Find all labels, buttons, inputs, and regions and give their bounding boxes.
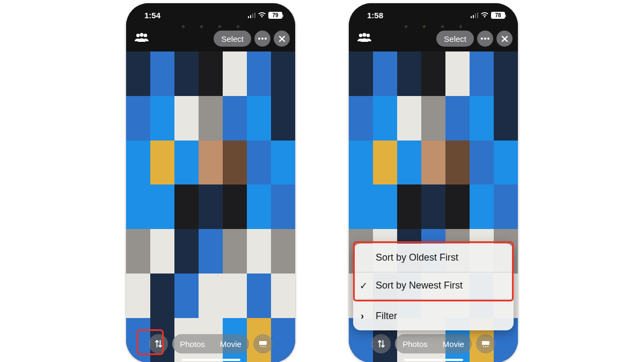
svg-point-0 <box>136 34 140 37</box>
aspect-button[interactable] <box>253 334 273 353</box>
segment-photos[interactable]: Photos <box>172 334 213 353</box>
top-toolbar: Select <box>349 27 518 50</box>
view-mode-segment: Photos Movie <box>395 334 472 353</box>
cellular-icon <box>471 12 479 18</box>
sort-menu: Sort by Oldest First ✓ Sort by Newest Fi… <box>353 243 514 330</box>
svg-point-18 <box>485 346 486 347</box>
photo-grid[interactable] <box>126 51 295 362</box>
home-indicator[interactable] <box>181 359 240 361</box>
segment-photos[interactable]: Photos <box>395 334 435 353</box>
status-icons: 79 <box>248 12 283 19</box>
phone-right: ◆◆◆◆ 1:58 78 Select <box>349 3 518 362</box>
screenshot-pair: ◆◆◆◆ 1:54 79 Select <box>0 0 644 362</box>
chevron-right-icon: › <box>361 311 364 322</box>
status-icons: 78 <box>471 12 506 19</box>
phone-left: ◆◆◆◆ 1:54 79 Select <box>126 3 295 362</box>
select-button[interactable]: Select <box>436 31 474 47</box>
segment-movie[interactable]: Movie <box>213 334 249 353</box>
menu-sort-oldest[interactable]: Sort by Oldest First <box>353 243 514 272</box>
home-indicator[interactable] <box>404 359 463 361</box>
svg-point-12 <box>367 34 370 37</box>
svg-point-1 <box>140 33 143 36</box>
svg-point-9 <box>265 346 266 347</box>
bottom-toolbar: Photos Movie <box>126 330 295 357</box>
menu-sort-newest[interactable]: ✓ Sort by Newest First <box>353 272 514 301</box>
wifi-icon <box>258 12 266 18</box>
people-icon[interactable] <box>356 32 372 45</box>
aspect-button[interactable] <box>476 334 495 353</box>
svg-point-14 <box>484 38 486 40</box>
close-button[interactable] <box>496 31 513 47</box>
wifi-icon <box>480 12 489 18</box>
svg-point-10 <box>359 34 362 37</box>
status-time: 1:58 <box>362 11 471 20</box>
menu-label: Filter <box>376 311 397 322</box>
svg-point-8 <box>262 346 264 347</box>
menu-label: Sort by Oldest First <box>376 252 458 263</box>
svg-point-17 <box>483 346 484 347</box>
view-mode-segment: Photos Movie <box>172 334 249 353</box>
svg-point-19 <box>487 346 488 347</box>
svg-point-7 <box>260 346 261 347</box>
status-bar: 1:54 79 <box>126 3 295 27</box>
svg-rect-6 <box>259 341 267 345</box>
close-button[interactable] <box>274 31 290 47</box>
bottom-toolbar: Photos Movie <box>349 330 518 357</box>
battery-icon: 79 <box>268 12 282 19</box>
people-icon[interactable] <box>134 32 150 45</box>
status-bar: 1:58 78 <box>349 3 518 27</box>
checkmark-icon: ✓ <box>360 280 368 292</box>
sort-button[interactable] <box>371 334 391 353</box>
menu-label: Sort by Newest First <box>376 280 463 291</box>
battery-level: 79 <box>272 12 278 18</box>
sort-button[interactable] <box>149 334 168 353</box>
battery-level: 78 <box>495 12 501 18</box>
cellular-icon <box>248 12 256 18</box>
menu-filter[interactable]: › Filter <box>353 301 514 330</box>
svg-point-4 <box>261 38 264 40</box>
svg-point-11 <box>362 33 366 36</box>
photo-mosaic <box>126 51 295 362</box>
svg-point-15 <box>487 38 489 40</box>
top-toolbar: Select <box>126 27 295 50</box>
select-button[interactable]: Select <box>214 31 251 47</box>
svg-point-13 <box>481 38 483 40</box>
battery-icon: 78 <box>491 12 505 19</box>
svg-point-5 <box>265 38 267 40</box>
svg-point-2 <box>144 34 147 37</box>
more-button[interactable] <box>254 31 270 47</box>
svg-point-3 <box>258 38 260 40</box>
segment-movie[interactable]: Movie <box>435 334 472 353</box>
status-time: 1:54 <box>139 11 248 20</box>
svg-rect-16 <box>482 341 489 345</box>
more-button[interactable] <box>477 31 493 47</box>
